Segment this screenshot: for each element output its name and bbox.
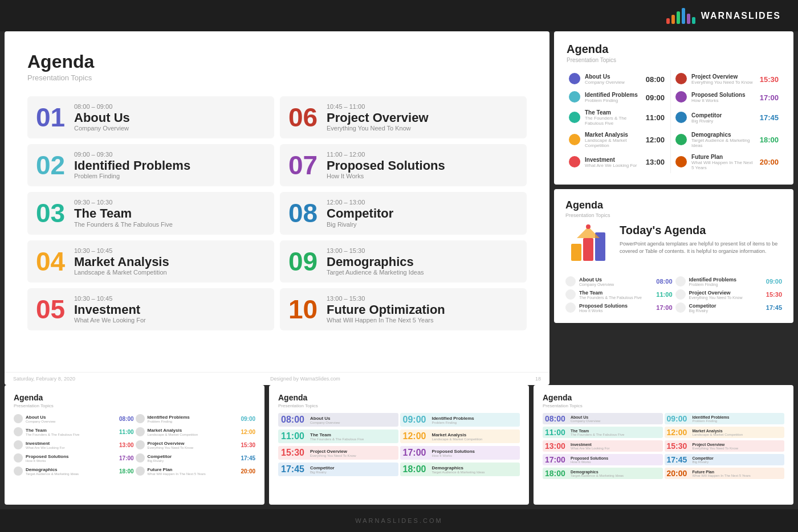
- bs1-item: Competitor Big Rivalry 17:45: [136, 452, 256, 464]
- main-slide-title: Agenda: [27, 51, 527, 72]
- bs2-item: 15:30 Project Overview Everything You Ne…: [278, 446, 398, 460]
- bs3-item: 17:45 Competitor Big Rivalry: [665, 454, 785, 465]
- bs2-item: 18:00 Demographics Target Audience & Mar…: [400, 463, 520, 476]
- item-time: 09:30 – 10:30: [74, 199, 173, 206]
- item-number: 05: [36, 296, 67, 322]
- bs1-subtitle: Presentation Topics: [14, 403, 255, 408]
- bs3-item: 17:00 Proposed Solutions How It Works: [543, 454, 663, 465]
- logo-icon: [666, 8, 695, 24]
- todays-title: Today's Agenda: [620, 224, 782, 237]
- item-desc: Problem Finding: [74, 173, 190, 179]
- footer-date: Saturday, February 8, 2020: [13, 376, 75, 382]
- item-number: 03: [36, 200, 67, 226]
- bottom-slide-1: Agenda Presentation Topics About Us Comp…: [5, 385, 264, 505]
- item-desc: Everything You Need To Know: [327, 125, 429, 132]
- rt-title: Agenda: [567, 43, 781, 56]
- top-bar: WARNASLIDES: [0, 0, 798, 31]
- bs1-item: Proposed Solutions How It Works 17:00: [14, 452, 134, 464]
- main-slide: Agenda Presentation Topics 01 08:00 – 09…: [5, 31, 549, 385]
- mini-agenda-item: Competitor Big Rivalry 17:45: [675, 302, 783, 313]
- bs1-item: Project Overview Everything You Need To …: [136, 439, 256, 451]
- agenda-item: 02 09:00 – 09:30 Identified Problems Pro…: [27, 144, 274, 186]
- item-desc: What Will Happen In The Next 5 Years: [327, 317, 445, 324]
- bs1-item: About Us Company Overview 08:00: [14, 413, 134, 424]
- item-details: 10:30 – 10:45 Market Analysis Landscape …: [74, 247, 169, 276]
- bs2-item: 08:00 About Us Company Overview: [278, 413, 398, 427]
- agenda-item: 06 10:45 – 11:00 Project Overview Everyt…: [280, 96, 527, 138]
- bs3-item: 09:00 Identified Problems Problem Findin…: [665, 413, 785, 424]
- rb-subtitle: Presentation Topics: [565, 212, 782, 218]
- agenda-item: 01 08:00 – 09:00 About Us Company Overvi…: [27, 96, 274, 138]
- agenda-item: 10 13:00 – 15:30 Future Optimization Wha…: [280, 288, 527, 330]
- item-number: 06: [288, 104, 320, 130]
- bs1-item: Demographics Target Audience & Marketing…: [14, 465, 134, 477]
- item-details: 09:00 – 09:30 Identified Problems Proble…: [74, 151, 190, 179]
- bs3-item: 08:00 About Us Company Overview: [543, 413, 663, 424]
- bs3-item: 13:00 Investment What Are We Looking For: [543, 440, 663, 452]
- rb-agenda-list: About Us Company Overview 08:00 Identifi…: [565, 276, 782, 313]
- website-url: WARNASLIDES.COM: [355, 517, 442, 524]
- agenda-item: 04 10:30 – 10:45 Market Analysis Landsca…: [27, 240, 274, 283]
- bs3-list: 08:00 About Us Company Overview 09:00 Id…: [543, 413, 784, 480]
- bs1-item: Future Plan What Will Happen In The Next…: [136, 465, 256, 477]
- item-name: Project Overview: [327, 111, 429, 125]
- item-time: 10:45 – 11:00: [327, 103, 429, 110]
- bs1-title: Agenda: [14, 393, 255, 402]
- mini-agenda-item: Project Overview Everything You Need To …: [675, 289, 783, 300]
- item-details: 13:00 – 15:30 Demographics Target Audien…: [327, 247, 424, 276]
- item-time: 08:00 – 09:00: [74, 103, 130, 110]
- item-desc: Company Overview: [74, 125, 130, 132]
- bs2-list: 08:00 About Us Company Overview 09:00 Id…: [278, 413, 520, 477]
- item-desc: The Founders & The Fabulous Five: [74, 221, 173, 228]
- agenda-item: 07 11:00 – 12:00 Proposed Solutions How …: [280, 144, 527, 186]
- rt-table: About Us Company Overview 08:00 Project …: [567, 70, 781, 173]
- brand-name: WARNASLIDES: [701, 11, 781, 21]
- item-time: 11:00 – 12:00: [327, 151, 445, 158]
- item-details: 10:45 – 11:00 Project Overview Everythin…: [327, 103, 429, 132]
- item-desc: Landscape & Market Competition: [74, 269, 169, 276]
- page-number: 18: [535, 376, 541, 382]
- bs2-subtitle: Presentation Topics: [278, 403, 520, 408]
- bs3-item: 15:30 Project Overview Everything You Ne…: [665, 440, 785, 452]
- bottom-bar: WARNASLIDES.COM: [0, 509, 798, 532]
- agenda-item: 09 13:00 – 15:30 Demographics Target Aud…: [280, 240, 527, 283]
- agenda-item: 05 10:30 – 10:45 Investment What Are We …: [27, 288, 274, 330]
- item-number: 02: [36, 152, 67, 178]
- bs1-item: The Team The Founders & The Fabulous Fiv…: [14, 426, 134, 437]
- bs3-item: 20:00 Future Plan What Will Happen In Th…: [665, 468, 785, 479]
- svg-point-4: [586, 224, 591, 229]
- item-desc: Target Audience & Marketing Ideas: [327, 269, 424, 276]
- item-name: Proposed Solutions: [327, 159, 445, 173]
- todays-icon: [565, 224, 611, 269]
- item-details: 12:00 – 13:00 Competitor Big Rivalry: [327, 199, 393, 227]
- item-name: Investment: [74, 303, 146, 317]
- agenda-item: 03 09:30 – 10:30 The Team The Founders &…: [27, 192, 274, 234]
- todays-content: Today's Agenda PowerPoint agenda templat…: [565, 224, 782, 269]
- item-name: Demographics: [327, 255, 424, 269]
- item-time: 10:30 – 10:45: [74, 247, 169, 254]
- agenda-item: 08 12:00 – 13:00 Competitor Big Rivalry: [280, 192, 527, 234]
- item-desc: What Are We Looking For: [74, 317, 146, 324]
- bs1-item: Investment What Are We Looking For 13:00: [14, 439, 134, 451]
- item-details: 08:00 – 09:00 About Us Company Overview: [74, 103, 130, 132]
- item-number: 01: [36, 104, 67, 130]
- bs3-item: 11:00 The Team The Founders & The Fabulo…: [543, 427, 663, 438]
- bottom-slide-2: Agenda Presentation Topics 08:00 About U…: [269, 385, 529, 505]
- mini-agenda-item: About Us Company Overview 08:00: [565, 276, 673, 287]
- svg-rect-0: [571, 244, 581, 261]
- agenda-grid: 01 08:00 – 09:00 About Us Company Overvi…: [27, 96, 527, 330]
- bs3-item: 18:00 Demographics Target Audience & Mar…: [543, 468, 663, 479]
- rb-title: Agenda: [565, 199, 782, 211]
- item-details: 09:30 – 10:30 The Team The Founders & Th…: [74, 199, 173, 227]
- item-number: 07: [288, 152, 320, 178]
- main-slide-subtitle: Presentation Topics: [27, 73, 527, 82]
- bs3-item: 12:00 Market Analysis Landscape & Market…: [665, 427, 785, 438]
- right-bottom-slide: Agenda Presentation Topics Today's Agend…: [554, 189, 793, 323]
- item-name: About Us: [74, 111, 130, 125]
- bs1-list: About Us Company Overview 08:00 Identifi…: [14, 413, 255, 477]
- item-details: 10:30 – 10:45 Investment What Are We Loo…: [74, 295, 146, 324]
- item-time: 09:00 – 09:30: [74, 151, 190, 158]
- item-name: Market Analysis: [74, 255, 169, 269]
- item-desc: Big Rivalry: [327, 221, 393, 228]
- todays-desc: PowerPoint agenda templates are helpful …: [620, 240, 782, 255]
